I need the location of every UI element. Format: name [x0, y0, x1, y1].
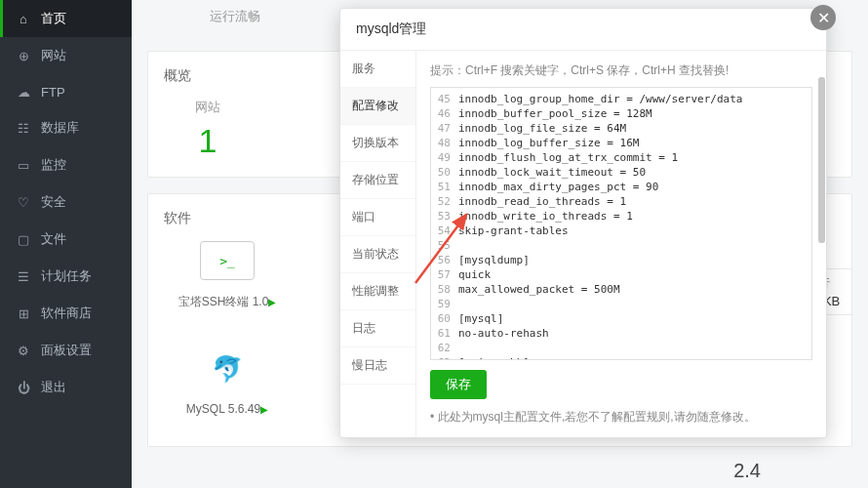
- code-line[interactable]: 48innodb_log_buffer_size = 16M: [431, 136, 811, 150]
- code-line[interactable]: 63[myisamchk]: [431, 355, 811, 360]
- code-line[interactable]: 57quick: [431, 267, 811, 282]
- code-line[interactable]: 54skip-grant-tables: [431, 224, 811, 238]
- tab-port[interactable]: 端口: [340, 199, 415, 236]
- tab-storage[interactable]: 存储位置: [340, 162, 415, 199]
- editor-hint: 提示：Ctrl+F 搜索关键字，Ctrl+S 保存，Ctrl+H 查找替换!: [430, 62, 812, 79]
- code-line[interactable]: 50innodb_lock_wait_timeout = 50: [431, 165, 811, 180]
- tab-switch-version[interactable]: 切换版本: [340, 125, 415, 162]
- tab-performance[interactable]: 性能调整: [340, 273, 415, 310]
- code-line[interactable]: 49innodb_flush_log_at_trx_commit = 1: [431, 150, 811, 165]
- tab-config[interactable]: 配置修改: [340, 88, 415, 125]
- code-line[interactable]: 62: [431, 341, 811, 355]
- code-line[interactable]: 55: [431, 238, 811, 253]
- code-line[interactable]: 52innodb_read_io_threads = 1: [431, 194, 811, 209]
- code-line[interactable]: 53innodb_write_io_threads = 1: [431, 209, 811, 224]
- modal-header: mysqld管理 ✕: [340, 9, 826, 51]
- save-button[interactable]: 保存: [430, 370, 487, 399]
- code-line[interactable]: 45innodb_log_group_home_dir = /www/serve…: [431, 92, 811, 106]
- config-note: 此处为mysql主配置文件,若您不了解配置规则,请勿随意修改。: [430, 409, 812, 426]
- tab-status[interactable]: 当前状态: [340, 236, 415, 273]
- code-line[interactable]: 58max_allowed_packet = 500M: [431, 282, 811, 297]
- tab-log[interactable]: 日志: [340, 310, 415, 347]
- modal-tabs: 服务 配置修改 切换版本 存储位置 端口 当前状态 性能调整 日志 慢日志: [340, 51, 416, 437]
- modal-content: 提示：Ctrl+F 搜索关键字，Ctrl+S 保存，Ctrl+H 查找替换! 4…: [416, 51, 826, 437]
- code-line[interactable]: 46innodb_buffer_pool_size = 128M: [431, 106, 811, 121]
- code-line[interactable]: 47innodb_log_file_size = 64M: [431, 121, 811, 136]
- modal-title: mysqld管理: [356, 20, 426, 36]
- mysqld-modal: mysqld管理 ✕ 服务 配置修改 切换版本 存储位置 端口 当前状态 性能调…: [339, 8, 827, 438]
- editor-scrollbar[interactable]: [818, 77, 825, 243]
- code-line[interactable]: 51innodb_max_dirty_pages_pct = 90: [431, 180, 811, 194]
- close-button[interactable]: ✕: [810, 5, 836, 30]
- code-line[interactable]: 60[mysql]: [431, 311, 811, 326]
- config-editor[interactable]: 45innodb_log_group_home_dir = /www/serve…: [430, 87, 812, 360]
- code-line[interactable]: 59: [431, 297, 811, 311]
- code-line[interactable]: 56[mysqldump]: [431, 253, 811, 267]
- code-line[interactable]: 61no-auto-rehash: [431, 326, 811, 341]
- tab-slowlog[interactable]: 慢日志: [340, 347, 415, 385]
- tab-service[interactable]: 服务: [340, 51, 415, 88]
- close-icon: ✕: [817, 9, 830, 27]
